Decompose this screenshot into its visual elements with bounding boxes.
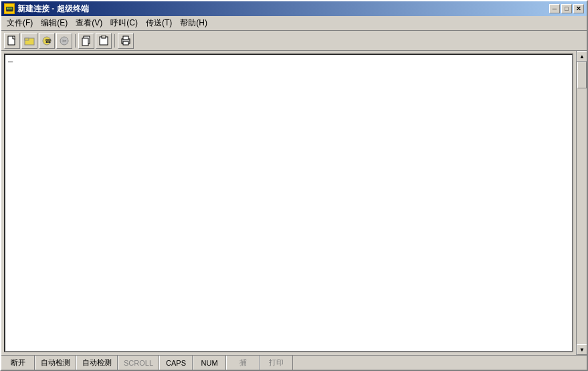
title-bar-left: 📟 新建连接 - 超级终端 bbox=[4, 3, 89, 15]
svg-rect-8 bbox=[82, 38, 88, 46]
toolbar: ☎ ✂ bbox=[1, 31, 587, 51]
copy-button[interactable] bbox=[78, 33, 94, 49]
status-num: NUM bbox=[193, 356, 226, 370]
svg-text:☎: ☎ bbox=[45, 38, 52, 44]
disconnect-toolbar-button[interactable]: ✂ bbox=[56, 33, 72, 49]
svg-rect-13 bbox=[123, 42, 128, 45]
maximize-button[interactable]: □ bbox=[561, 4, 572, 13]
new-button[interactable] bbox=[4, 33, 20, 49]
status-print: 打印 bbox=[260, 356, 293, 370]
toolbar-separator-1 bbox=[75, 34, 76, 48]
status-disconnect: 断开 bbox=[1, 356, 35, 370]
open-button[interactable] bbox=[21, 33, 37, 49]
menu-view[interactable]: 查看(V) bbox=[72, 16, 106, 30]
menu-help[interactable]: 帮助(H) bbox=[176, 16, 211, 30]
svg-rect-10 bbox=[102, 35, 106, 38]
minimize-button[interactable]: ─ bbox=[549, 4, 560, 13]
menu-call[interactable]: 呼叫(C) bbox=[106, 16, 142, 30]
title-bar-buttons: ─ □ ✕ bbox=[549, 4, 584, 13]
terminal-content: — bbox=[5, 55, 572, 351]
svg-text:✂: ✂ bbox=[62, 38, 67, 44]
status-scroll: SCROLL bbox=[118, 356, 159, 370]
connect-button[interactable]: ☎ bbox=[39, 33, 55, 49]
title-bar: 📟 新建连接 - 超级终端 ─ □ ✕ bbox=[1, 1, 587, 16]
svg-rect-2 bbox=[25, 38, 29, 40]
status-capture: 捕 bbox=[226, 356, 260, 370]
toolbar-separator-2 bbox=[114, 34, 115, 48]
terminal-container: — bbox=[4, 54, 573, 352]
terminal-cursor: — bbox=[8, 58, 13, 67]
main-window: 📟 新建连接 - 超级终端 ─ □ ✕ 文件(F) 编辑(E) 查看(V) 呼叫… bbox=[0, 0, 588, 371]
paste-button[interactable] bbox=[96, 33, 112, 49]
menu-file[interactable]: 文件(F) bbox=[3, 16, 37, 30]
scroll-track[interactable] bbox=[577, 62, 587, 344]
menu-bar: 文件(F) 编辑(E) 查看(V) 呼叫(C) 传送(T) 帮助(H) bbox=[1, 16, 587, 31]
scroll-up-button[interactable]: ▲ bbox=[577, 51, 587, 62]
menu-transfer[interactable]: 传送(T) bbox=[142, 16, 176, 30]
close-button[interactable]: ✕ bbox=[573, 4, 584, 13]
status-auto-detect-1: 自动检测 bbox=[35, 356, 76, 370]
scroll-down-button[interactable]: ▼ bbox=[577, 344, 587, 355]
scroll-thumb[interactable] bbox=[577, 62, 587, 88]
menu-edit[interactable]: 编辑(E) bbox=[37, 16, 72, 30]
status-caps: CAPS bbox=[159, 356, 193, 370]
status-auto-detect-2: 自动检测 bbox=[76, 356, 118, 370]
main-area: — ▲ ▼ bbox=[1, 51, 587, 355]
scrollbar: ▲ ▼ bbox=[576, 51, 587, 355]
print-button[interactable] bbox=[118, 33, 134, 49]
app-icon: 📟 bbox=[4, 3, 15, 14]
window-title: 新建连接 - 超级终端 bbox=[17, 3, 89, 15]
status-bar: 断开 自动检测 自动检测 SCROLL CAPS NUM 捕 打印 bbox=[1, 355, 587, 370]
svg-rect-12 bbox=[123, 36, 128, 40]
